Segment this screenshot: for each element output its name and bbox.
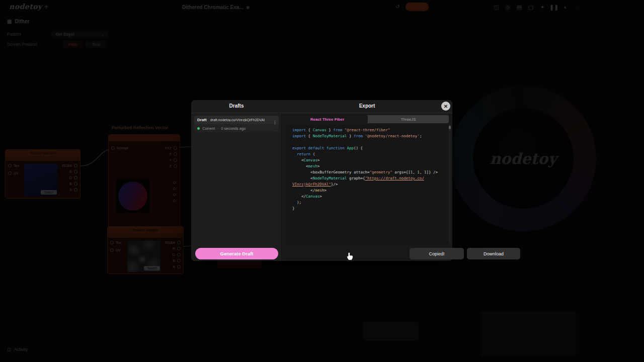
code-line: <mesh> [292,163,449,169]
scrollbar-thumb[interactable] [449,126,451,129]
draft-url[interactable]: draft.nodetoy.co/VInrzjkQrFh2DVAl [210,118,265,122]
code-line: </Canvas> [292,194,449,200]
download-button[interactable]: Download [467,248,520,259]
code-line: <Canvas> [292,157,449,163]
separator-dot: · [217,126,219,131]
code-scrollbar[interactable] [449,125,451,244]
copy-code-button[interactable]: Copied! [410,248,464,259]
export-modal: Drafts Export ✕ Draft draft.nodetoy.co/V… [191,100,452,261]
code-line: } [292,206,449,212]
code-line: <boxBufferGeometry attach="geometry" arg… [292,169,449,175]
hand-cursor [346,252,354,261]
close-icon[interactable]: ✕ [441,102,450,111]
export-title: Export [282,103,452,109]
draft-list-item[interactable]: Draft draft.nodetoy.co/VInrzjkQrFh2DVAl … [194,116,279,132]
export-panel: React Three Fiber ThreeJS import { Canva… [282,114,452,261]
code-line: </mesh> [292,188,449,194]
draft-status: Current [202,126,215,131]
kebab-menu-icon[interactable]: ⋮ [273,121,277,123]
generate-draft-button[interactable]: Generate Draft [195,248,278,259]
code-line: ); [292,200,449,206]
tab-react-three-fiber[interactable]: React Three Fiber [287,115,368,123]
code-block[interactable]: import { Canvas } from "@react-three/fib… [287,125,449,244]
current-status-dot [197,127,200,130]
draft-type-label: Draft [197,118,207,122]
draft-timestamp: 0 seconds ago [221,126,246,131]
code-line: export default function App() { [292,145,449,151]
drafts-panel: Draft draft.nodetoy.co/VInrzjkQrFh2DVAl … [191,114,282,261]
code-line [292,139,449,145]
modal-header: Drafts Export ✕ [191,100,452,113]
export-tabs: React Three Fiber ThreeJS [287,115,449,123]
code-line: return ( [292,151,449,157]
tab-threejs[interactable]: ThreeJS [368,115,449,123]
drafts-title: Drafts [191,103,282,109]
code-line: <NodeToyMaterial graph={"https://draft.n… [292,175,449,182]
code-line: import { Canvas } from "@react-three/fib… [292,127,449,133]
code-line: VInrzjkQrFh2DVAl"}/> [292,182,449,188]
code-line: import { NodeToyMaterial } from '@nodeto… [292,133,449,139]
